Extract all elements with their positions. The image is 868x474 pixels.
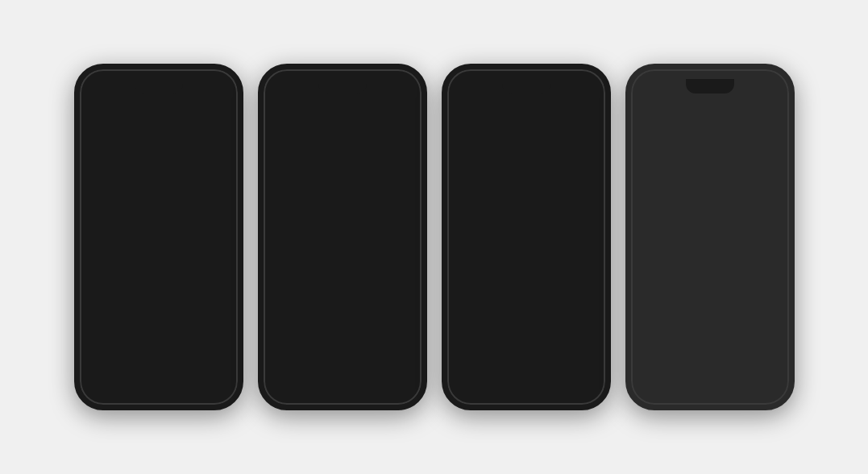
msg-row-alice-4: Alice Huh? I think that was meant for An… — [638, 259, 783, 294]
msg-content-alice-4: Alice Huh? I think that was meant for An… — [655, 259, 764, 294]
signal-icon: ▲▲▲ — [185, 75, 204, 82]
signal-icon-4: ▲▲▲ — [736, 75, 755, 82]
status-icons-1: ▲▲▲ WiFi ■ — [185, 75, 226, 82]
image-icon-4[interactable]: 🖼 — [662, 390, 671, 401]
phone-icon-4[interactable]: 📞 — [749, 93, 762, 106]
msg-row-sent-1: Hi honey! Meeting the girls for dinner. … — [86, 230, 231, 256]
bubble-halley-4: Yeah, me too — [655, 216, 711, 234]
phone-4: 9:41 ▲▲▲ WiFi ■ ‹ BFFs ❤️❤️❤️ 📞 📷 — [625, 64, 795, 410]
chat-area-1: 3:30 AM Tanvi Hey everybody - what's the… — [80, 114, 238, 388]
avatar-1 — [95, 88, 118, 110]
nav-bar-1: ‹ BFFs ❤️❤️❤️ 📞 📷 — [80, 85, 238, 114]
bubble-tanvi-4: Hey everybody - what's the plan for dinn… — [655, 146, 764, 173]
avatar-tanvi-1 — [86, 158, 101, 173]
msg-row-halley-4: Halley Yeah, me too — [638, 207, 783, 234]
msg-content-halley-4: Halley Yeah, me too — [655, 207, 711, 234]
camera-icon-4[interactable]: 📷 — [648, 390, 659, 401]
avatar-alice2-1 — [86, 362, 101, 376]
reaction-3[interactable]: 😡 — [136, 210, 149, 222]
msg-row-alice2-4: Alice Tell Andy hi -- see all of you soo… — [638, 339, 783, 374]
phone-screen-2: 9:41 ▲▲▲ WiFi ■ ‹ BFFs ❤️❤️❤️ 📞 📷 — [264, 69, 422, 405]
forward-action[interactable]: Forward — [191, 393, 218, 401]
status-icons-4: ▲▲▲ WiFi ■ — [736, 75, 777, 82]
phone-2: 9:41 ▲▲▲ WiFi ■ ‹ BFFs ❤️❤️❤️ 📞 📷 — [258, 64, 427, 410]
sender-alice-4: Alice — [655, 259, 764, 266]
sender-alice2-4: Alice — [655, 339, 764, 346]
bottom-bar-1: Copy Remove Forward — [80, 388, 238, 405]
msg-content-sent2-1: Whoops! Yeah, sorry. Wrong chat. Let's m… — [123, 301, 231, 337]
remove-action[interactable]: Remove — [140, 393, 168, 401]
message-input-4[interactable]: Aa — [690, 389, 750, 401]
msg-content-tanvi-4: Tanvi Hey everybody - what's the plan fo… — [655, 137, 764, 173]
avatar-alice-1 — [86, 282, 101, 297]
alert-body-3: You'll permanently remove this message f… — [474, 214, 579, 257]
status-time-4: 9:41 — [642, 74, 658, 83]
reaction-6[interactable]: 👎 — [185, 210, 197, 222]
status-time-1: 9:41 — [91, 74, 107, 83]
remove-for-you-btn[interactable]: Remove for You — [264, 342, 422, 373]
action-sheet-title-2: Who do you want to remove this message f… — [264, 274, 422, 310]
bubble-alice-1: Huh? I think that was meant for Andy, no… — [104, 269, 213, 296]
msg-row-tanvi-1: Tanvi Hey everybody - what's the plan fo… — [86, 137, 231, 173]
alert-title-3: Remove for Everyone? — [474, 194, 579, 214]
avatar-rachel-1 — [86, 189, 101, 203]
reaction-4[interactable]: 😮 — [152, 210, 165, 222]
sender-rachel-4: Rachel — [655, 177, 707, 184]
send-button-4[interactable]: 👍 — [770, 389, 783, 401]
battery-icon-4: ■ — [774, 75, 778, 82]
bubble-alice2-4: Tell Andy hi -- see all of you soon! 🎉 — [655, 347, 764, 374]
avatar-alice-4 — [638, 280, 652, 294]
alert-cancel-btn-3[interactable]: Cancel — [474, 258, 526, 280]
reaction-2[interactable]: 😂 — [120, 210, 133, 222]
msg-row-sent2-4: Whoops! Yeah, sorry. Wrong chat. Let's m… — [638, 298, 783, 335]
phone-screen-4: 9:41 ▲▲▲ WiFi ■ ‹ BFFs ❤️❤️❤️ 📞 📷 — [631, 69, 789, 405]
msg-content-sent-1: Hi honey! Meeting the girls for dinner. … — [123, 230, 231, 256]
reaction-bar-1[interactable]: 😍 😂 😡 😮 👍 👎 😂 — [98, 207, 220, 226]
video-icon-1[interactable]: 📷 — [218, 93, 231, 106]
timestamp-4: 3:30 AM — [638, 123, 783, 130]
alert-confirm-btn-3[interactable]: Remove — [525, 258, 579, 280]
sender-rachel-1: Rachel — [104, 177, 156, 184]
bubble-deleted-4: You removed a message — [693, 238, 782, 255]
msg-row-tanvi-4: Tanvi Hey everybody - what's the plan fo… — [638, 137, 783, 173]
sender-alice-1: Alice — [104, 260, 213, 268]
chat-area-4: 3:30 AM Tanvi Hey everybody - what's the… — [631, 114, 789, 385]
video-icon-4[interactable]: 📷 — [769, 93, 783, 106]
phone-icon-1[interactable]: 📞 — [197, 93, 211, 106]
bubble-rachel-4: I'm starving! — [655, 185, 707, 203]
reaction-5[interactable]: 👍 — [168, 210, 181, 222]
bubble-alice2-1: Tell Andy hi -- see all of you soon! 🎉 — [104, 350, 213, 376]
back-button-1[interactable]: ‹ — [86, 92, 90, 106]
sender-tanvi-4: Tanvi — [655, 137, 764, 144]
msg-row-rachel-4: Rachel I'm starving! — [638, 177, 783, 203]
reaction-7[interactable]: 😂 — [201, 210, 214, 222]
cancel-action-sheet-btn[interactable]: Cancel — [264, 373, 422, 405]
phone-screen-3: 9:41 ▲▲▲ WiFi ■ ‹ BFFs ❤️❤️❤️ 📞 📷 — [447, 69, 605, 405]
bubble-sent2-4: Whoops! Yeah, sorry. Wrong chat. Let's m… — [674, 298, 783, 335]
bubble-sent-1: Hi honey! Meeting the girls for dinner. … — [123, 230, 231, 256]
sender-halley-4: Halley — [655, 207, 711, 214]
avatar-alice2-4 — [638, 360, 652, 375]
avatar-halley-4 — [638, 219, 652, 234]
emoji-icon-4[interactable]: 😊 — [754, 390, 766, 401]
status-bar-1: 9:41 ▲▲▲ WiFi ■ — [80, 69, 238, 85]
back-button-4[interactable]: ‹ — [638, 92, 642, 106]
mic-icon-4[interactable]: 🎤 — [675, 390, 686, 401]
reaction-1[interactable]: 😍 — [104, 210, 117, 222]
msg-content-tanvi-1: Tanvi Hey everybody - what's the plan fo… — [104, 137, 213, 173]
phone-3: 9:41 ▲▲▲ WiFi ■ ‹ BFFs ❤️❤️❤️ 📞 📷 — [442, 64, 611, 410]
bubble-rachel-1: I'm starving! — [104, 185, 156, 203]
copy-action[interactable]: Copy — [99, 393, 116, 401]
msg-content-sent2-4: Whoops! Yeah, sorry. Wrong chat. Let's m… — [674, 298, 783, 335]
msg-content-alice2-4: Alice Tell Andy hi -- see all of you soo… — [655, 339, 764, 374]
msg-content-rachel-4: Rachel I'm starving! — [655, 177, 707, 203]
nav-title-1: BFFs ❤️❤️❤️ — [121, 94, 194, 105]
grid-icon-4[interactable]: ⊞ — [638, 390, 645, 401]
action-sheet-2: Who do you want to remove this message f… — [264, 274, 422, 405]
wifi-icon: WiFi — [206, 75, 220, 82]
msg-row-deleted-4: You removed a message — [638, 238, 783, 255]
sender-tanvi-1: Tanvi — [104, 137, 213, 144]
bubble-tanvi-1: Hey everybody - what's the plan for dinn… — [104, 146, 213, 173]
input-icons-4: ⊞ 📷 🖼 🎤 — [638, 390, 686, 401]
remove-everyone-btn[interactable]: Remove for Everyone — [264, 310, 422, 342]
